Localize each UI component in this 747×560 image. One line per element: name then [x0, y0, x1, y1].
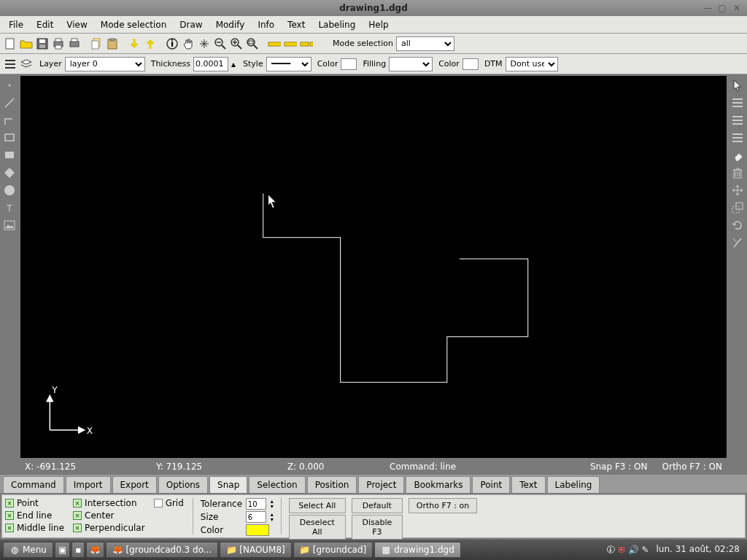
taskbar-terminal-icon[interactable]: ▪ — [71, 542, 85, 558]
menu-edit[interactable]: Edit — [31, 18, 59, 32]
tab-options[interactable]: Options — [158, 476, 208, 493]
drawing-canvas[interactable]: Y X — [20, 76, 727, 458]
tool-scale-icon[interactable] — [729, 200, 746, 216]
taskbar-menu[interactable]: ◍Menu — [3, 542, 53, 558]
taskbar-clock: lun. 31 août, 02:28 — [652, 545, 744, 554]
thickness-spinner[interactable]: ▴ — [230, 57, 237, 71]
menu-mode-selection[interactable]: Mode selection — [95, 18, 172, 32]
print-icon[interactable] — [51, 36, 66, 51]
snap-point[interactable]: ×Point — [5, 498, 64, 508]
zoom-fit-icon[interactable] — [197, 36, 212, 51]
print2-icon[interactable] — [67, 36, 82, 51]
tool-rotate-icon[interactable] — [729, 217, 746, 233]
tab-position[interactable]: Position — [307, 476, 357, 493]
menu-info[interactable]: Info — [252, 18, 280, 32]
snap-center[interactable]: ×Center — [73, 510, 145, 521]
new-icon[interactable] — [3, 36, 18, 51]
menu-file[interactable]: File — [3, 18, 29, 32]
snap-perpendicular[interactable]: ×Perpendicular — [73, 523, 145, 533]
snap-color-swatch[interactable] — [246, 524, 269, 536]
tool-image-icon[interactable] — [1, 217, 18, 233]
tool-diamond-icon[interactable] — [1, 165, 18, 181]
tool-lines1-icon[interactable] — [729, 95, 746, 111]
copy-icon[interactable] — [89, 36, 104, 51]
tab-project[interactable]: Project — [358, 476, 404, 493]
tab-text[interactable]: Text — [511, 476, 545, 493]
menu-view[interactable]: View — [61, 18, 93, 32]
menu-draw[interactable]: Draw — [174, 18, 208, 32]
dim-3-icon[interactable] — [299, 36, 314, 51]
arrow-up-icon[interactable] — [143, 36, 158, 51]
tool-select-icon[interactable] — [729, 77, 746, 93]
layer-icon[interactable] — [19, 57, 34, 71]
style-select[interactable]: ━━━━ — [266, 57, 311, 71]
tab-command[interactable]: Command — [3, 476, 64, 493]
save-icon[interactable] — [35, 36, 50, 51]
mode-selection-select[interactable]: all — [396, 36, 454, 51]
color-swatch[interactable] — [341, 58, 357, 70]
dtm-select[interactable]: Dont use — [506, 57, 558, 71]
tab-selection[interactable]: Selection — [249, 476, 305, 493]
tool-move-icon[interactable] — [729, 182, 746, 198]
tool-eraser-icon[interactable] — [729, 147, 746, 163]
arrow-down-icon[interactable] — [127, 36, 142, 51]
tool-mirror-icon[interactable] — [729, 235, 746, 251]
snap-middleline[interactable]: ×Middle line — [5, 523, 64, 533]
taskbar-desktop-icon[interactable]: ▣ — [55, 542, 70, 558]
taskbar-item-3[interactable]: ▦drawing1.dgd — [374, 542, 461, 558]
taskbar-firefox-icon[interactable]: 🦊 — [86, 542, 104, 558]
tab-snap[interactable]: Snap — [209, 476, 247, 493]
tray-shield-icon[interactable]: ⛨ — [617, 545, 627, 555]
tab-point[interactable]: Point — [472, 476, 510, 493]
taskbar-item-0[interactable]: 🦊[groundcad0.3 do... — [106, 542, 218, 558]
tool-rectfill-icon[interactable] — [1, 147, 18, 163]
size-input[interactable] — [246, 511, 266, 523]
taskbar-item-1[interactable]: 📁[NAOUM8] — [220, 542, 292, 558]
tab-bookmarks[interactable]: Bookmarks — [406, 476, 471, 493]
tool-point-icon[interactable] — [1, 77, 18, 93]
snap-grid[interactable]: ×Grid — [154, 498, 184, 508]
deselect-all-button[interactable]: Deselect All — [289, 515, 346, 540]
menu-text[interactable]: Text — [282, 18, 311, 32]
layer-select[interactable]: layer 0 — [65, 57, 145, 71]
list-icon[interactable] — [3, 57, 18, 71]
select-all-button[interactable]: Select All — [289, 498, 346, 513]
tolerance-input[interactable] — [246, 498, 266, 510]
filling-select[interactable] — [389, 57, 433, 71]
status-x: X: -691.125 — [25, 462, 142, 472]
tool-lines2-icon[interactable] — [729, 112, 746, 128]
tool-rect-icon[interactable] — [1, 130, 18, 146]
tool-trash-icon[interactable] — [729, 165, 746, 181]
tool-polyline-icon[interactable] — [1, 112, 18, 128]
zoom-in-icon[interactable] — [229, 36, 244, 51]
tab-import[interactable]: Import — [66, 476, 111, 493]
dim-2-icon[interactable] — [283, 36, 298, 51]
zoom-window-icon[interactable] — [245, 36, 260, 51]
info-icon[interactable]: i — [165, 36, 179, 51]
thickness-input[interactable] — [193, 57, 228, 71]
tray-update-icon[interactable]: 🛈 — [605, 545, 616, 555]
menu-modify[interactable]: Modify — [210, 18, 251, 32]
tool-text-icon[interactable]: T — [1, 200, 18, 216]
open-icon[interactable] — [19, 36, 34, 51]
default-button[interactable]: Default — [352, 498, 403, 513]
tray-network-icon[interactable]: ✎ — [640, 545, 651, 555]
tab-labeling[interactable]: Labeling — [547, 476, 600, 493]
menu-labeling[interactable]: Labeling — [312, 18, 361, 32]
dim-1-icon[interactable] — [267, 36, 282, 51]
tool-circle-icon[interactable] — [1, 182, 18, 198]
zoom-out-icon[interactable] — [213, 36, 228, 51]
taskbar-item-2[interactable]: 📁[groundcad] — [293, 542, 373, 558]
pan-icon[interactable] — [181, 36, 196, 51]
paste-icon[interactable] — [105, 36, 120, 51]
snap-endline[interactable]: ×End line — [5, 510, 64, 521]
tool-line-icon[interactable] — [1, 95, 18, 111]
menu-help[interactable]: Help — [363, 18, 394, 32]
disable-button[interactable]: Disable F3 — [352, 515, 403, 540]
ortho-button[interactable]: Ortho F7 : on — [409, 498, 477, 513]
snap-intersection[interactable]: ×Intersection — [73, 498, 145, 508]
tray-volume-icon[interactable]: 🔊 — [629, 545, 639, 555]
tab-export[interactable]: Export — [112, 476, 157, 493]
color2-swatch[interactable] — [462, 58, 479, 70]
tool-lines3-icon[interactable] — [729, 130, 746, 146]
